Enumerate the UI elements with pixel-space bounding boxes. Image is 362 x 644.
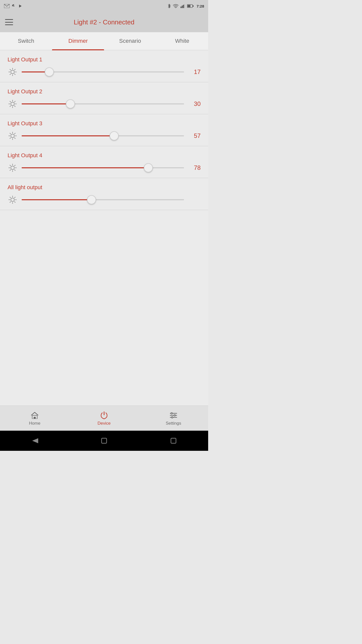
page-title: Light #2 - Connected <box>18 18 190 26</box>
svg-rect-6 <box>183 5 184 8</box>
svg-line-55 <box>10 202 11 203</box>
svg-line-54 <box>14 197 15 198</box>
light-output-4-label: Light Output 4 <box>8 152 201 159</box>
tab-white[interactable]: White <box>156 32 208 50</box>
svg-line-53 <box>14 202 15 203</box>
sun-icon-4 <box>8 163 18 173</box>
svg-point-20 <box>11 102 14 106</box>
svg-line-19 <box>10 74 11 75</box>
light-output-1-section: Light Output 1 17 <box>0 50 208 82</box>
all-light-output-slider[interactable] <box>22 195 184 205</box>
svg-rect-5 <box>182 6 183 8</box>
light-output-1-label: Light Output 1 <box>8 56 201 63</box>
light-output-3-label: Light Output 3 <box>8 120 201 127</box>
tab-switch[interactable]: Switch <box>0 32 52 50</box>
bottom-nav: Home Device Settings <box>0 406 208 431</box>
nav-settings[interactable]: Settings <box>139 411 208 426</box>
battery-icon <box>187 4 194 8</box>
tab-bar: Switch Dimmer Scenario White <box>0 32 208 50</box>
svg-marker-64 <box>32 438 38 443</box>
light-output-4-section: Light Output 4 78 <box>0 146 208 178</box>
light-output-4-value: 78 <box>188 164 201 171</box>
light-output-3-slider-row: 57 <box>8 131 201 141</box>
status-bar-right: 7:28 <box>167 4 204 9</box>
light-output-2-slider[interactable] <box>22 99 184 109</box>
light-output-1-slider[interactable] <box>22 67 184 77</box>
nav-home[interactable]: Home <box>0 411 69 426</box>
nav-device-label: Device <box>98 421 111 426</box>
menu-button[interactable] <box>5 19 13 25</box>
svg-line-37 <box>10 138 11 139</box>
svg-point-61 <box>171 413 172 414</box>
svg-line-25 <box>10 101 11 102</box>
android-home-button[interactable] <box>97 436 112 446</box>
svg-line-36 <box>14 133 15 134</box>
svg-rect-10 <box>193 5 194 7</box>
content-spacer <box>0 210 208 235</box>
svg-point-62 <box>174 415 175 416</box>
light-output-1-value: 17 <box>188 68 201 75</box>
play-icon <box>18 4 22 8</box>
status-bar-left <box>4 4 22 8</box>
nav-device[interactable]: Device <box>69 411 139 426</box>
nav-settings-label: Settings <box>166 421 181 426</box>
light-output-2-slider-row: 30 <box>8 99 201 109</box>
svg-rect-66 <box>171 438 176 443</box>
svg-line-52 <box>10 197 11 198</box>
header: Light #2 - Connected <box>0 12 208 32</box>
android-recents-button[interactable] <box>166 436 181 446</box>
main-content: Light Output 1 17 Lig <box>0 50 208 406</box>
tab-dimmer[interactable]: Dimmer <box>52 32 104 50</box>
svg-point-1 <box>13 6 14 7</box>
home-icon <box>30 411 39 420</box>
sun-icon-3 <box>8 131 18 141</box>
nfc-icon <box>12 4 16 8</box>
svg-line-46 <box>10 170 11 171</box>
light-output-1-slider-row: 17 <box>8 67 201 77</box>
svg-line-17 <box>14 74 15 75</box>
svg-line-44 <box>14 170 15 171</box>
svg-point-29 <box>11 134 14 138</box>
svg-rect-57 <box>34 417 36 419</box>
svg-line-45 <box>14 165 15 166</box>
tab-scenario[interactable]: Scenario <box>104 32 156 50</box>
svg-rect-65 <box>102 438 107 443</box>
status-bar: 7:28 <box>0 0 208 12</box>
svg-line-28 <box>10 106 11 107</box>
svg-point-38 <box>11 166 14 170</box>
light-output-4-slider[interactable] <box>22 163 184 173</box>
sun-icon-1 <box>8 67 18 77</box>
sun-icon-all <box>8 195 18 205</box>
email-icon <box>4 4 10 8</box>
svg-rect-9 <box>187 5 190 7</box>
light-output-3-value: 57 <box>188 132 201 139</box>
all-light-output-slider-row: — <box>8 195 201 205</box>
svg-point-63 <box>171 417 173 418</box>
settings-icon <box>169 411 178 420</box>
light-output-3-slider[interactable] <box>22 131 184 141</box>
light-output-2-section: Light Output 2 30 <box>0 82 208 114</box>
all-light-output-label: All light output <box>8 184 201 191</box>
signal-icon <box>180 4 185 8</box>
svg-line-34 <box>10 133 11 134</box>
svg-rect-4 <box>180 7 182 8</box>
android-back-button[interactable] <box>27 436 42 446</box>
svg-line-35 <box>14 138 15 139</box>
light-output-2-value: 30 <box>188 100 201 107</box>
svg-line-27 <box>14 101 15 102</box>
light-output-4-slider-row: 78 <box>8 163 201 173</box>
time-display: 7:28 <box>197 4 204 8</box>
svg-point-3 <box>175 8 176 8</box>
all-light-output-section: All light output — <box>0 178 208 210</box>
svg-marker-2 <box>19 5 22 8</box>
light-output-3-section: Light Output 3 57 <box>0 114 208 146</box>
svg-point-47 <box>11 198 14 202</box>
svg-line-43 <box>10 165 11 166</box>
svg-line-16 <box>10 69 11 70</box>
android-nav-bar <box>0 431 208 451</box>
nav-home-label: Home <box>29 421 40 426</box>
svg-line-18 <box>14 69 15 70</box>
sun-icon-2 <box>8 99 18 109</box>
svg-line-26 <box>14 106 15 107</box>
light-output-2-label: Light Output 2 <box>8 88 201 95</box>
